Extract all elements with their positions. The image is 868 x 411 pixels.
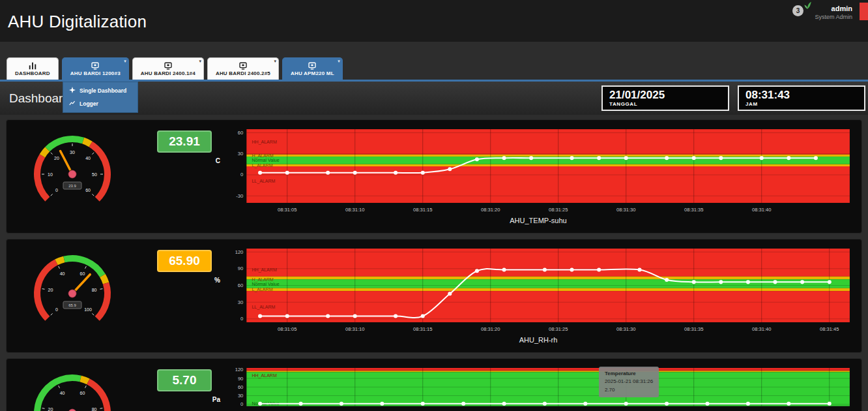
logout-button[interactable] bbox=[860, 3, 868, 20]
svg-text:08:31:15: 08:31:15 bbox=[413, 326, 432, 332]
date-label: TANGGAL bbox=[609, 101, 721, 107]
svg-text:08:31:35: 08:31:35 bbox=[684, 207, 703, 213]
caret-down-icon: ▾ bbox=[124, 59, 126, 64]
svg-text:08:31:10: 08:31:10 bbox=[345, 326, 364, 332]
user-menu[interactable]: admin System Admin bbox=[815, 4, 852, 20]
panels-container: 010203040506023.923.91C60300-3008:31:050… bbox=[0, 115, 868, 411]
trend-chart[interactable]: 60300-3008:31:0508:31:1008:31:1508:31:20… bbox=[223, 127, 854, 216]
tooltip-timestamp: 2025-01-21 08:31:26 bbox=[605, 378, 653, 386]
svg-text:0: 0 bbox=[240, 316, 243, 322]
svg-text:08:31:20: 08:31:20 bbox=[481, 326, 500, 332]
svg-text:20: 20 bbox=[48, 288, 53, 292]
svg-text:Normal Value: Normal Value bbox=[252, 282, 279, 286]
date-value: 21/01/2025 bbox=[609, 89, 721, 102]
dropdown-item-single-dashboard[interactable]: Single Dashboard bbox=[63, 84, 137, 97]
svg-text:08:31:40: 08:31:40 bbox=[752, 326, 771, 332]
svg-text:30: 30 bbox=[238, 393, 243, 399]
value-badge: 23.91 bbox=[157, 130, 212, 153]
svg-text:08:31:05: 08:31:05 bbox=[278, 207, 297, 213]
dropdown-item-label: Single Dashboard bbox=[80, 87, 126, 94]
svg-text:65.9: 65.9 bbox=[68, 303, 76, 307]
tooltip-value: 2.70 bbox=[605, 386, 653, 394]
user-role: System Admin bbox=[815, 14, 852, 20]
svg-text:08:31:30: 08:31:30 bbox=[616, 207, 635, 213]
svg-text:L_ALARM: L_ALARM bbox=[252, 287, 272, 292]
svg-text:40: 40 bbox=[85, 156, 91, 160]
value-badge: 5.70 bbox=[157, 369, 212, 391]
caret-down-icon: ▾ bbox=[338, 59, 340, 64]
svg-text:LL_ALARM: LL_ALARM bbox=[252, 305, 275, 310]
svg-text:08:31:25: 08:31:25 bbox=[549, 207, 568, 213]
chart-column: 120906030008:31:0508:31:1008:31:1508:31:… bbox=[223, 359, 854, 411]
time-value: 08:31:43 bbox=[745, 89, 858, 102]
time-label: JAM bbox=[745, 101, 858, 107]
value-column: 65.90% bbox=[146, 239, 223, 284]
svg-text:80: 80 bbox=[92, 288, 97, 292]
tab-ahu-bardi-2400-2-5[interactable]: AHU BARDI 2400.2#5▾ bbox=[207, 57, 279, 80]
app-title: AHU Digitalization bbox=[0, 0, 868, 32]
panel-humidity: 02040608010065.965.90%120906030008:31:05… bbox=[6, 239, 862, 353]
user-name: admin bbox=[815, 4, 852, 14]
caret-down-icon: ▾ bbox=[274, 59, 276, 64]
svg-text:30: 30 bbox=[238, 151, 243, 157]
tab-label: DASHBOARD bbox=[15, 70, 50, 76]
tab-dashboard[interactable]: DASHBOARD bbox=[7, 57, 59, 80]
svg-text:120: 120 bbox=[235, 367, 244, 373]
svg-text:L_ALARM: L_ALARM bbox=[252, 163, 272, 168]
chart-tooltip: Temperature2025-01-21 08:31:262.70 bbox=[599, 367, 659, 397]
trend-chart[interactable]: 120906030008:31:0508:31:1008:31:1508:31:… bbox=[223, 365, 854, 411]
value-badge: 65.90 bbox=[157, 250, 212, 272]
dropdown-item-label: Logger bbox=[80, 100, 98, 107]
plant-icon bbox=[803, 1, 812, 10]
gauge-column: 0204060801005.7 bbox=[17, 359, 128, 411]
svg-text:08:31:35: 08:31:35 bbox=[684, 326, 703, 332]
sparkle-icon bbox=[69, 87, 76, 95]
tab-label: AHU BARDI 1200#3 bbox=[70, 70, 121, 76]
analog-gauge: 010203040506023.9 bbox=[23, 123, 121, 221]
line-chart-icon bbox=[69, 100, 76, 108]
tab-ahu-bardi-1200-3[interactable]: AHU BARDI 1200#3▾ bbox=[62, 57, 129, 80]
svg-text:08:31:25: 08:31:25 bbox=[549, 326, 568, 332]
svg-text:60: 60 bbox=[238, 130, 243, 136]
analog-gauge: 02040608010065.9 bbox=[23, 243, 121, 341]
svg-text:30: 30 bbox=[238, 299, 243, 305]
dropdown-item-logger[interactable]: Logger bbox=[63, 97, 137, 110]
chart-title: AHU_RH-rh bbox=[223, 336, 854, 344]
svg-text:50: 50 bbox=[92, 172, 97, 177]
svg-text:LL_ALARM: LL_ALARM bbox=[252, 179, 275, 184]
svg-text:HH_ALARM: HH_ALARM bbox=[252, 373, 277, 378]
svg-text:08:31:05: 08:31:05 bbox=[278, 326, 297, 332]
notification-badge[interactable]: 3 bbox=[792, 5, 803, 16]
svg-text:-30: -30 bbox=[236, 193, 243, 199]
tab-strip: DASHBOARDAHU BARDI 1200#3▾AHU BARDI 2400… bbox=[0, 57, 868, 82]
svg-text:23.9: 23.9 bbox=[68, 184, 76, 188]
gauge-column: 02040608010065.9 bbox=[17, 239, 128, 341]
chart-column: 60300-3008:31:0508:31:1008:31:1508:31:20… bbox=[223, 120, 854, 224]
tab-label: AHU BARDI 2400.1#4 bbox=[141, 70, 195, 76]
chart-title: AHU_TEMP-suhu bbox=[223, 217, 854, 224]
tooltip-series-name: Temperature bbox=[605, 370, 653, 378]
svg-text:08:31:15: 08:31:15 bbox=[413, 207, 432, 213]
unit-label: C bbox=[216, 157, 223, 164]
svg-text:08:31:30: 08:31:30 bbox=[616, 326, 635, 332]
trend-chart[interactable]: 120906030008:31:0508:31:1008:31:1508:31:… bbox=[223, 246, 854, 335]
tab-ahu-bardi-2400-1-4[interactable]: AHU BARDI 2400.1#4▾ bbox=[132, 57, 204, 80]
tab-ahu-apm220-ml[interactable]: AHU APM220 ML▾ bbox=[282, 57, 343, 80]
svg-text:Normal Value: Normal Value bbox=[252, 158, 279, 162]
unit-label: % bbox=[214, 277, 223, 284]
tab-dropdown-menu: Single DashboardLogger bbox=[63, 82, 138, 113]
value-column: 23.91C bbox=[146, 120, 223, 164]
svg-text:60: 60 bbox=[238, 384, 243, 390]
svg-text:120: 120 bbox=[235, 249, 244, 255]
svg-text:HH_ALARM: HH_ALARM bbox=[252, 140, 277, 145]
analog-gauge: 0204060801005.7 bbox=[23, 362, 121, 411]
svg-text:08:31:20: 08:31:20 bbox=[481, 207, 500, 213]
svg-text:0: 0 bbox=[240, 172, 243, 177]
svg-text:10: 10 bbox=[48, 172, 53, 177]
svg-text:0: 0 bbox=[55, 307, 58, 312]
svg-text:60: 60 bbox=[238, 282, 243, 288]
page-title: Dashboard bbox=[9, 91, 70, 106]
svg-text:HH_ALARM: HH_ALARM bbox=[252, 267, 277, 273]
panel-pressure: 0204060801005.75.70Pa120906030008:31:050… bbox=[6, 358, 862, 411]
svg-text:90: 90 bbox=[238, 266, 243, 271]
